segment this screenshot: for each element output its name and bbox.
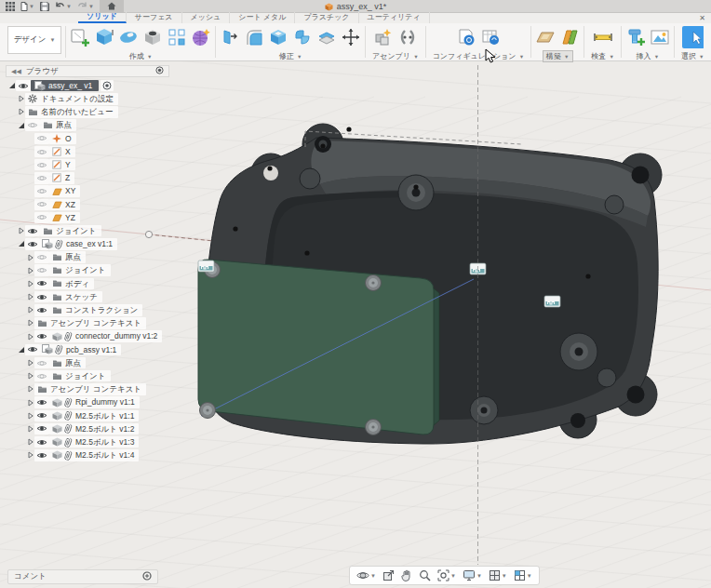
- tree-row-24[interactable]: Rpi_dummy v1:1: [6, 396, 169, 409]
- visibility-eye-icon[interactable]: [34, 436, 49, 448]
- visibility-eye-icon[interactable]: [34, 370, 49, 382]
- orbit-icon[interactable]: ▼: [354, 567, 379, 584]
- visibility-eye-icon[interactable]: [34, 396, 49, 408]
- inspect-menu[interactable]: 検査 ▼: [587, 50, 618, 62]
- insert-fastener-icon[interactable]: [624, 26, 647, 48]
- visibility-eye-icon[interactable]: [34, 199, 49, 211]
- twisty-closed-icon[interactable]: [17, 108, 25, 115]
- twisty-closed-icon[interactable]: [26, 319, 34, 327]
- twisty-closed-icon[interactable]: [26, 306, 34, 314]
- tree-row-5[interactable]: X: [6, 145, 169, 158]
- app-grid-icon[interactable]: [4, 1, 17, 12]
- tree-row-20[interactable]: pcb_assy v1:1: [6, 343, 169, 356]
- visibility-eye-icon[interactable]: [34, 212, 49, 224]
- construct-menu[interactable]: 構築 ▼: [543, 50, 573, 62]
- tree-row-8[interactable]: XY: [6, 185, 169, 198]
- close-icon[interactable]: ✕: [699, 14, 705, 22]
- visibility-eye-icon[interactable]: [16, 80, 31, 92]
- tree-row-10[interactable]: YZ: [6, 211, 169, 224]
- viewport-canvas[interactable]: ◀◀ ブラウザ assy_ex_ v1ドキュメントの設定名前の付いたビュー原点O…: [0, 61, 711, 588]
- modify-menu[interactable]: 修正 ▼: [275, 50, 306, 62]
- twisty-closed-icon[interactable]: [26, 333, 34, 341]
- insert-menu[interactable]: 挿入 ▼: [633, 50, 664, 62]
- tree-row-9[interactable]: XZ: [6, 198, 169, 211]
- new-component-icon[interactable]: [372, 26, 395, 48]
- visibility-eye-icon[interactable]: [34, 146, 49, 158]
- twisty-open-icon[interactable]: [17, 346, 25, 354]
- visibility-eye-icon[interactable]: [34, 304, 49, 316]
- construct-axis-icon[interactable]: [558, 26, 581, 48]
- tree-row-12[interactable]: case_ex v1:1: [6, 237, 169, 250]
- create-sketch-icon[interactable]: [69, 26, 91, 48]
- zoom-icon[interactable]: [416, 567, 434, 584]
- save-icon[interactable]: [38, 1, 51, 12]
- visibility-eye-icon[interactable]: [34, 133, 49, 145]
- visibility-eye-icon[interactable]: [34, 278, 49, 290]
- twisty-closed-icon[interactable]: [26, 425, 34, 433]
- tree-row-2[interactable]: 名前の付いたビュー: [6, 105, 169, 118]
- measure-icon[interactable]: [592, 26, 614, 48]
- grid-display-icon[interactable]: ▼: [486, 567, 510, 584]
- tab-3[interactable]: シート メタル: [230, 12, 295, 23]
- look-at-icon[interactable]: [380, 567, 397, 584]
- pan-icon[interactable]: [398, 567, 415, 584]
- move-icon[interactable]: [340, 26, 362, 48]
- configuration-icon[interactable]: [455, 26, 477, 48]
- select-menu[interactable]: 選択 ▼: [677, 50, 708, 62]
- visibility-eye-icon[interactable]: [34, 185, 49, 197]
- pattern-icon[interactable]: [166, 26, 188, 48]
- joint-badge-icon[interactable]: [198, 261, 214, 272]
- tree-row-23[interactable]: アセンブリ コンテキスト: [6, 382, 169, 395]
- visibility-eye-icon[interactable]: [34, 264, 49, 276]
- create-menu[interactable]: 作成 ▼: [126, 50, 156, 62]
- visibility-eye-icon[interactable]: [34, 159, 49, 171]
- tree-row-18[interactable]: アセンブリ コンテキスト: [6, 316, 169, 329]
- twisty-closed-icon[interactable]: [26, 359, 34, 367]
- twisty-closed-icon[interactable]: [26, 412, 34, 420]
- twisty-closed-icon[interactable]: [26, 385, 34, 393]
- twisty-closed-icon[interactable]: [26, 293, 34, 301]
- configuration-table-icon[interactable]: [479, 26, 502, 48]
- redo-icon[interactable]: ▼: [75, 1, 96, 12]
- twisty-closed-icon[interactable]: [26, 451, 34, 459]
- browser-header[interactable]: ◀◀ ブラウザ: [6, 65, 169, 77]
- hole-icon[interactable]: [141, 26, 164, 48]
- tab-1[interactable]: サーフェス: [127, 12, 182, 23]
- visibility-eye-icon[interactable]: [34, 251, 49, 263]
- display-settings-icon[interactable]: ▼: [460, 567, 485, 584]
- tree-row-15[interactable]: ボディ: [6, 277, 169, 290]
- tree-row-25[interactable]: M2.5ボルト v1:1: [6, 409, 169, 422]
- visibility-eye-icon[interactable]: [34, 410, 49, 422]
- tree-row-3[interactable]: 原点: [6, 119, 169, 132]
- tree-row-17[interactable]: コンストラクション: [6, 303, 169, 316]
- tree-row-27[interactable]: M2.5ボルト v1:3: [6, 435, 169, 448]
- collapse-panel-icon[interactable]: ◀◀: [11, 68, 21, 75]
- visibility-eye-icon[interactable]: [34, 172, 49, 184]
- tree-row-13[interactable]: 原点: [6, 250, 169, 263]
- tree-row-6[interactable]: Y: [6, 158, 169, 171]
- twisty-closed-icon[interactable]: [17, 95, 25, 102]
- comments-bar[interactable]: コメント: [7, 569, 158, 584]
- decal-icon[interactable]: [649, 26, 671, 48]
- visibility-eye-icon[interactable]: [34, 357, 49, 369]
- fit-icon[interactable]: ▼: [435, 567, 459, 584]
- twisty-closed-icon[interactable]: [26, 254, 34, 261]
- visibility-eye-icon[interactable]: [25, 119, 40, 131]
- tree-row-26[interactable]: M2.5ボルト v1:2: [6, 422, 169, 435]
- tree-row-28[interactable]: M2.5ボルト v1:4: [6, 448, 169, 461]
- undo-icon[interactable]: ▼: [53, 1, 74, 12]
- configure-menu[interactable]: コンフィギュレーション ▼: [429, 50, 529, 62]
- revolve-icon[interactable]: [117, 26, 140, 48]
- visibility-eye-icon[interactable]: [25, 225, 40, 237]
- joint-icon[interactable]: [396, 26, 419, 48]
- form-icon[interactable]: [190, 26, 212, 48]
- extrude-icon[interactable]: [93, 26, 115, 48]
- workspace-selector[interactable]: デザイン▼: [7, 26, 61, 54]
- viewports-icon[interactable]: ▼: [511, 567, 535, 584]
- tab-2[interactable]: メッシュ: [182, 12, 231, 23]
- tree-row-1[interactable]: ドキュメントの設定: [6, 92, 169, 105]
- file-menu-icon[interactable]: ▼: [19, 1, 36, 12]
- tree-row-4[interactable]: O: [6, 132, 169, 145]
- twisty-closed-icon[interactable]: [26, 438, 34, 446]
- twisty-open-icon[interactable]: [7, 82, 16, 89]
